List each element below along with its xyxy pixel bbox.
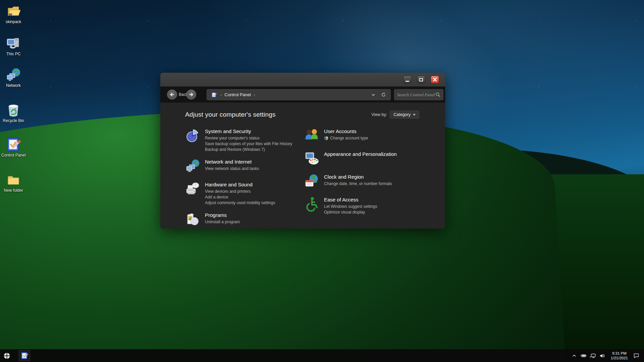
category-link[interactable]: Add a device	[205, 194, 275, 200]
arrow-right-icon	[189, 92, 194, 97]
navigation-bar: Back › Control Panel ›	[160, 86, 445, 103]
breadcrumb-separator: ›	[220, 92, 222, 97]
network-internet-icon	[185, 159, 201, 174]
desktop-icon-label: This PC	[6, 52, 21, 56]
category-title[interactable]: User Accounts	[324, 128, 368, 134]
start-icon	[4, 353, 10, 359]
category-title[interactable]: System and Security	[205, 128, 292, 134]
clock-time: 9:31 PM	[611, 351, 628, 356]
user-accounts-icon	[304, 128, 320, 143]
category-title[interactable]: Network and Internet	[205, 159, 259, 165]
network-tray-icon[interactable]	[590, 353, 596, 358]
chevron-down-icon	[413, 114, 416, 116]
category-title[interactable]: Programs	[205, 212, 240, 218]
battery-icon[interactable]	[581, 353, 587, 358]
control-panel-icon	[6, 137, 21, 152]
category-link[interactable]: Adjust commonly used mobility settings	[205, 200, 275, 206]
clock-region-icon	[304, 174, 320, 189]
category-link[interactable]: Optimize visual display	[324, 209, 377, 215]
magnifier-icon[interactable]	[435, 92, 440, 97]
window-controls	[403, 76, 439, 83]
breadcrumb-control-panel[interactable]: Control Panel	[224, 92, 251, 97]
category-link[interactable]: View network status and tasks	[205, 166, 259, 172]
category-link[interactable]: Change account type	[324, 135, 368, 141]
category-clock-and-region: Clock and Region Change date, time, or n…	[304, 174, 419, 190]
desktop-icon-skinpack[interactable]: skinpack	[1, 3, 26, 24]
network-icon	[6, 67, 21, 82]
maximize-button[interactable]	[417, 76, 425, 83]
taskbar-clock[interactable]: 9:31 PM 1/21/2021	[609, 351, 630, 360]
taskbar: 9:31 PM 1/21/2021	[0, 349, 644, 362]
clock-date: 1/21/2021	[611, 356, 628, 360]
category-title[interactable]: Appearance and Personalization	[324, 151, 397, 157]
computer-icon	[6, 36, 21, 51]
categories-right-column: User Accounts Change account type	[304, 128, 419, 235]
desktop-icon-label: skinpack	[6, 19, 21, 24]
view-by-dropdown[interactable]: Category	[390, 111, 419, 119]
category-ease-of-access: Ease of Access Let Windows suggest setti…	[304, 196, 419, 215]
refresh-icon[interactable]	[380, 91, 387, 99]
uac-shield-icon	[324, 136, 328, 140]
control-panel-icon	[20, 352, 29, 360]
category-programs: Programs Uninstall a program	[185, 212, 304, 229]
desktop-icon-recycle-bin[interactable]: Recycle Bin	[1, 102, 26, 123]
system-tray: 9:31 PM 1/21/2021	[571, 351, 644, 360]
desktop-icon-column: skinpack This PC	[1, 0, 26, 362]
breadcrumb-separator: ›	[254, 92, 255, 97]
minimize-icon	[406, 81, 409, 82]
view-by-label: View by:	[371, 112, 387, 117]
start-button[interactable]	[0, 349, 13, 362]
appearance-icon	[304, 151, 320, 166]
category-link[interactable]: Uninstall a program	[205, 219, 240, 225]
arrow-left-icon	[169, 92, 175, 97]
close-button[interactable]	[431, 76, 439, 83]
volume-icon[interactable]	[599, 353, 605, 358]
control-panel-window: Back › Control Panel ›	[160, 73, 445, 229]
back-button[interactable]	[167, 89, 177, 100]
action-center-icon[interactable]	[633, 353, 639, 358]
category-network-and-internet: Network and Internet View network status…	[185, 159, 304, 175]
category-link[interactable]: View devices and printers	[205, 189, 275, 194]
category-appearance-and-personalization: Appearance and Personalization	[304, 151, 419, 168]
control-panel-content: Adjust your computer's settings View by:…	[160, 103, 445, 229]
category-link-label: Change account type	[330, 135, 368, 141]
folder-open-icon	[6, 3, 21, 19]
category-title[interactable]: Hardware and Sound	[205, 182, 275, 187]
chevron-up-icon[interactable]	[571, 353, 577, 358]
address-bar[interactable]: › Control Panel ›	[207, 89, 391, 100]
categories-left-column: System and Security Review your computer…	[185, 128, 304, 235]
window-titlebar[interactable]	[160, 73, 445, 86]
recycle-bin-icon	[6, 102, 21, 118]
maximize-icon	[419, 78, 423, 81]
desktop-icon-label: Recycle Bin	[3, 118, 24, 123]
category-link[interactable]: Change date, time, or number formats	[324, 181, 392, 187]
desktop-icon-control-panel[interactable]: Control Panel	[1, 137, 26, 158]
category-link[interactable]: Let Windows suggest settings	[324, 204, 377, 209]
category-system-and-security: System and Security Review your computer…	[185, 128, 304, 153]
category-hardware-and-sound: Hardware and Sound View devices and prin…	[185, 181, 304, 206]
desktop-icon-label: Control Panel	[1, 153, 26, 158]
ease-of-access-icon	[304, 196, 320, 212]
desktop-icon-network[interactable]: Network	[1, 67, 26, 88]
desktop-icon-this-pc[interactable]: This PC	[1, 36, 26, 56]
minimize-button[interactable]	[403, 76, 412, 83]
category-link[interactable]: Review your computer's status	[205, 135, 292, 141]
search-input[interactable]	[397, 92, 435, 98]
category-title[interactable]: Ease of Access	[324, 197, 377, 202]
category-title[interactable]: Clock and Region	[324, 174, 392, 180]
system-security-icon	[185, 128, 201, 143]
search-box	[394, 89, 443, 100]
page-title: Adjust your computer's settings	[185, 111, 276, 118]
category-link[interactable]: Save backup copies of your files with Fi…	[205, 141, 292, 147]
desktop-icon-label: Network	[6, 83, 21, 88]
category-link[interactable]: Backup and Restore (Windows 7)	[205, 147, 292, 153]
desktop-icon-new-folder[interactable]: New folder	[1, 172, 26, 193]
taskbar-app-control-panel[interactable]	[19, 350, 30, 361]
category-user-accounts: User Accounts Change account type	[304, 128, 419, 145]
control-panel-icon	[210, 91, 218, 99]
forward-button[interactable]	[186, 89, 196, 100]
desktop: skinpack This PC	[0, 0, 644, 362]
programs-icon	[185, 212, 201, 227]
chevron-down-icon[interactable]	[370, 91, 377, 99]
hardware-sound-icon	[185, 181, 201, 197]
